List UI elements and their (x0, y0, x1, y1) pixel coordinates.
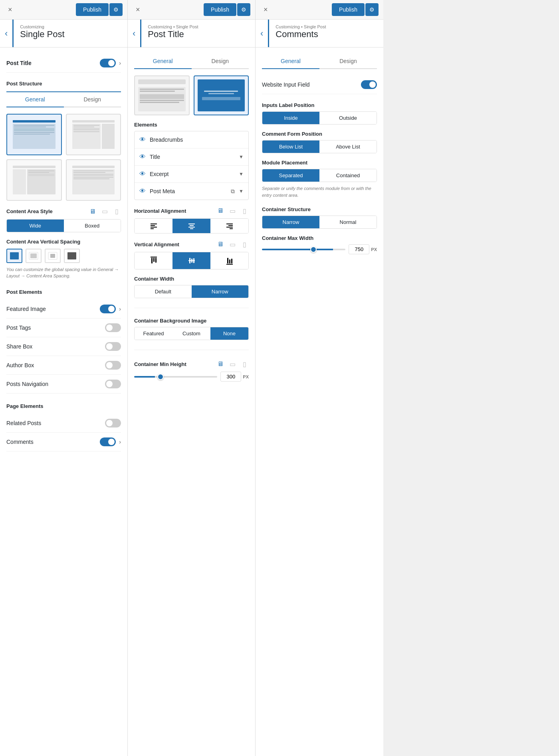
panel3-tab-design[interactable]: Design (319, 54, 377, 69)
btn-above-list[interactable]: Above List (319, 141, 377, 153)
comments-label: Comments (6, 439, 34, 445)
panel2-back-button[interactable]: ‹ (128, 20, 141, 47)
tab-design[interactable]: Design (64, 92, 121, 107)
post-title-chevron[interactable]: › (119, 60, 121, 66)
panel3-breadcrumb: Customizing • Single Post (276, 24, 377, 29)
container-bg-label: Container Background Image (134, 318, 249, 324)
panel1-publish-button[interactable]: Publish (76, 3, 109, 16)
spacing-btn-3[interactable] (45, 249, 61, 263)
spacing-btn-4[interactable] (64, 249, 80, 263)
container-max-width-input[interactable] (349, 244, 369, 254)
title-dropdown-arrow[interactable]: ▼ (239, 154, 244, 160)
panel3-close-button[interactable]: × (260, 4, 271, 16)
related-posts-toggle[interactable] (105, 419, 121, 427)
featured-image-toggle[interactable] (100, 305, 116, 313)
mh-desktop-icon[interactable]: 🖥 (216, 360, 225, 368)
v-align-middle[interactable] (172, 252, 210, 269)
desktop-icon[interactable]: 🖥 (88, 207, 97, 216)
btn-contained[interactable]: Contained (319, 169, 377, 182)
panel2-tab-general[interactable]: General (134, 54, 192, 69)
btn-wide[interactable]: Wide (7, 220, 64, 232)
inputs-label-position-label: Inputs Label Position (262, 102, 377, 108)
layout-option-2[interactable] (66, 114, 121, 155)
panel2-content: General Design (128, 47, 255, 756)
v-align-top[interactable] (135, 252, 172, 269)
spacing-btn-1[interactable] (6, 249, 22, 263)
layout-option-3[interactable] (6, 159, 62, 201)
eye-icon-post-meta[interactable]: 👁 (139, 188, 146, 195)
btn-boxed[interactable]: Boxed (64, 220, 121, 232)
btn-narrow[interactable]: Narrow (262, 216, 319, 228)
post-meta-dropdown-arrow[interactable]: ▼ (239, 188, 244, 194)
mh-tablet-icon[interactable]: ▭ (228, 360, 237, 368)
h-align-right[interactable] (210, 219, 248, 233)
website-input-toggle[interactable] (361, 80, 377, 89)
min-height-slider[interactable] (134, 376, 217, 378)
panel1-back-button[interactable]: ‹ (0, 20, 14, 47)
v-desktop-icon[interactable]: 🖥 (216, 240, 225, 249)
layout-option-1[interactable] (6, 114, 62, 155)
eye-icon-excerpt[interactable]: 👁 (139, 170, 146, 178)
panel3-gear-button[interactable]: ⚙ (365, 3, 379, 16)
excerpt-dropdown-arrow[interactable]: ▼ (239, 171, 244, 177)
h-mobile-icon[interactable]: ▯ (240, 206, 249, 215)
h-align-center[interactable] (172, 219, 210, 233)
btn-outside[interactable]: Outside (319, 112, 377, 124)
panel3-publish-button[interactable]: Publish (332, 3, 365, 16)
panel2-tab-design[interactable]: Design (192, 54, 249, 69)
svg-rect-4 (50, 254, 55, 258)
posts-navigation-toggle[interactable] (105, 380, 121, 388)
h-tablet-icon[interactable]: ▭ (228, 206, 237, 215)
share-box-toggle[interactable] (105, 342, 121, 351)
panel2-close-button[interactable]: × (133, 4, 143, 16)
author-box-toggle[interactable] (105, 361, 121, 370)
module-placement-section: Module Placement Separated Contained Sep… (262, 160, 377, 198)
btn-normal[interactable]: Normal (319, 216, 377, 228)
btn-none[interactable]: None (210, 327, 248, 340)
tab-general[interactable]: General (6, 92, 64, 107)
btn-inside[interactable]: Inside (262, 112, 319, 124)
container-min-height-section: Container Min Height 🖥 ▭ ▯ PX (134, 360, 249, 382)
h-align-left[interactable] (135, 219, 172, 233)
panel1-gear-button[interactable]: ⚙ (109, 3, 123, 16)
panel1-close-button[interactable]: × (5, 4, 16, 16)
svg-rect-5 (67, 252, 76, 259)
container-max-width-slider[interactable] (262, 249, 345, 250)
mobile-icon[interactable]: ▯ (112, 207, 121, 216)
post-title-toggle[interactable] (100, 59, 116, 67)
btn-featured[interactable]: Featured (135, 327, 172, 340)
panel3-back-button[interactable]: ‹ (256, 20, 269, 47)
featured-image-chevron[interactable]: › (119, 306, 121, 312)
preview-thumb-2[interactable] (194, 75, 249, 115)
tablet-icon[interactable]: ▭ (100, 207, 109, 216)
spacing-btn-2[interactable] (26, 249, 42, 263)
panel2-publish-button[interactable]: Publish (204, 3, 236, 16)
min-height-input[interactable] (220, 372, 241, 382)
layout-option-4[interactable] (66, 159, 121, 201)
eye-icon-title[interactable]: 👁 (139, 153, 146, 160)
v-align-bottom[interactable] (210, 252, 248, 269)
copy-icon-post-meta[interactable]: ⧉ (231, 188, 235, 195)
v-mobile-icon[interactable]: ▯ (240, 240, 249, 249)
eye-icon-breadcrumbs[interactable]: 👁 (139, 136, 146, 143)
panel2-gear-button[interactable]: ⚙ (237, 3, 250, 16)
comments-toggle[interactable] (100, 437, 116, 446)
post-tags-toggle[interactable] (105, 323, 121, 332)
panel1-breadcrumb: Customizing (20, 24, 121, 29)
v-tablet-icon[interactable]: ▭ (228, 240, 237, 249)
btn-below-list[interactable]: Below List (262, 141, 319, 153)
btn-separated[interactable]: Separated (262, 169, 319, 182)
btn-custom[interactable]: Custom (172, 327, 210, 340)
btn-default[interactable]: Default (135, 285, 192, 298)
h-desktop-icon[interactable]: 🖥 (216, 206, 225, 215)
panel3-tab-general[interactable]: General (262, 54, 319, 69)
min-height-input-group: PX (220, 372, 249, 382)
preview-thumb-1[interactable] (134, 75, 190, 115)
comments-chevron[interactable]: › (119, 439, 121, 445)
elements-label: Elements (134, 122, 249, 128)
btn-narrow[interactable]: Narrow (192, 285, 249, 298)
module-placement-help: Separate or unify the comments module fr… (262, 185, 377, 198)
mh-mobile-icon[interactable]: ▯ (240, 360, 249, 368)
content-area-style-options: Wide Boxed (6, 219, 121, 232)
element-name-breadcrumbs: Breadcrumbs (150, 137, 244, 143)
